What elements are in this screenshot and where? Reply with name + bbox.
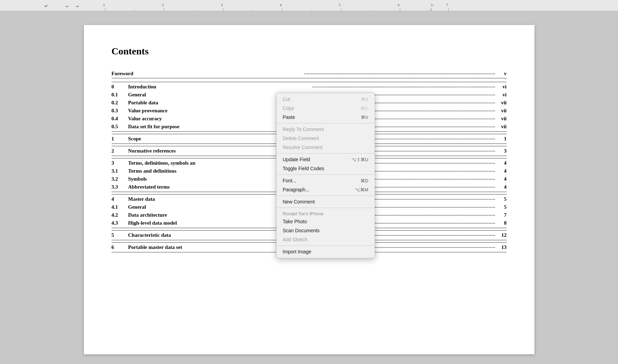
menu-item-copy-shortcut: ⌘C <box>360 106 368 111</box>
ruler: ↵ ⇒ ⇒ 1 2 3 4 5 6 ▷ 7 <box>0 0 618 11</box>
toc-dots <box>312 87 495 87</box>
menu-item-import-image-label: Import Image <box>283 249 311 254</box>
menu-item-font[interactable]: Font... ⌘D <box>277 176 375 185</box>
toc-page: 5 <box>496 204 507 210</box>
menu-separator-1 <box>277 123 375 123</box>
menu-item-cut-shortcut: ⌘X <box>361 97 368 102</box>
toc-page: 7 <box>496 212 507 218</box>
menu-item-iphone-header-label: Ronald Tse's iPhone <box>283 211 324 216</box>
toc-page: 4 <box>496 184 507 190</box>
page-title: Contents <box>112 46 507 57</box>
svg-text:▷: ▷ <box>431 3 434 7</box>
toc-page: 5 <box>496 196 507 202</box>
menu-item-toggle-field-codes-label: Toggle Field Codes <box>283 166 324 171</box>
menu-item-font-shortcut: ⌘D <box>360 178 368 183</box>
svg-text:3: 3 <box>221 3 223 7</box>
menu-item-cut[interactable]: Cut ⌘X <box>277 95 375 104</box>
toc-foreword-title: Foreword <box>112 71 303 77</box>
toc-foreword-row: Foreword v <box>112 69 507 78</box>
menu-item-font-label: Font... <box>283 178 297 183</box>
toc-foreword-dots <box>304 73 495 74</box>
svg-text:5: 5 <box>339 3 341 7</box>
menu-item-take-photo-label: Take Photo <box>283 219 307 224</box>
toc-page: 4 <box>496 176 507 182</box>
menu-item-copy[interactable]: Copy ⌘C <box>277 104 375 113</box>
svg-rect-0 <box>0 0 618 11</box>
toc-num: 4.1 <box>112 204 128 210</box>
menu-separator-2 <box>277 153 375 154</box>
menu-item-add-sketch[interactable]: Add Sketch <box>277 235 375 244</box>
toc-num: 1 <box>112 136 128 142</box>
svg-text:⇒: ⇒ <box>65 4 68 8</box>
toc-page: 8 <box>496 220 507 226</box>
toc-num: 0.2 <box>112 100 128 106</box>
toc-foreword-page: v <box>496 71 507 77</box>
toc-page: 3 <box>496 148 507 154</box>
menu-item-new-comment[interactable]: New Comment <box>277 197 375 206</box>
svg-text:1: 1 <box>103 3 105 7</box>
menu-item-add-sketch-label: Add Sketch <box>283 237 308 242</box>
menu-item-paste-shortcut: ⌘V <box>361 115 368 120</box>
menu-item-scan-documents-label: Scan Documents <box>283 228 320 233</box>
menu-separator-4 <box>277 196 375 196</box>
menu-item-reply-to-comment[interactable]: Reply To Comment <box>277 125 375 134</box>
toc-page: vii <box>496 100 507 106</box>
menu-item-toggle-field-codes[interactable]: Toggle Field Codes <box>277 164 375 173</box>
toc-page: vi <box>496 92 507 98</box>
menu-item-paragraph-label: Paragraph... <box>283 187 310 192</box>
menu-item-resolve-comment-label: Resolve Comment <box>283 145 323 150</box>
menu-item-copy-label: Copy <box>283 105 294 111</box>
toc-page: 4 <box>496 160 507 166</box>
toc-num: 0 <box>112 84 128 90</box>
toc-entry-title: Introduction <box>128 84 311 90</box>
menu-item-paragraph[interactable]: Paragraph... ⌥⌘M <box>277 185 375 194</box>
svg-text:4: 4 <box>280 3 282 7</box>
menu-item-resolve-comment[interactable]: Resolve Comment <box>277 143 375 152</box>
toc-page: vi <box>496 84 507 90</box>
menu-item-update-field-label: Update Field <box>283 157 310 162</box>
menu-item-paste-label: Paste <box>283 114 295 120</box>
menu-item-scan-documents[interactable]: Scan Documents <box>277 226 375 235</box>
ruler-marks: ↵ ⇒ ⇒ 1 2 3 4 5 6 ▷ 7 <box>0 0 618 11</box>
toc-num: 5 <box>112 232 128 238</box>
toc-page: 13 <box>496 244 507 250</box>
toc-num: 4.2 <box>112 212 128 218</box>
menu-item-import-image[interactable]: Import Image <box>277 247 375 256</box>
menu-item-take-photo[interactable]: Take Photo <box>277 217 375 226</box>
toc-num: 6 <box>112 244 128 250</box>
toc-page: 4 <box>496 168 507 174</box>
toc-num: 0.3 <box>112 108 128 114</box>
menu-item-iphone-header: Ronald Tse's iPhone <box>277 209 375 217</box>
svg-text:↵: ↵ <box>44 3 48 9</box>
menu-item-cut-label: Cut <box>283 96 290 102</box>
menu-item-paragraph-shortcut: ⌥⌘M <box>355 187 368 192</box>
menu-separator-3 <box>277 174 375 175</box>
menu-item-delete-comment[interactable]: Delete Comment <box>277 134 375 143</box>
toc-num: 3 <box>112 160 128 166</box>
menu-item-update-field-shortcut: ⌥⇧⌘U <box>351 157 368 162</box>
menu-separator-5 <box>277 208 375 208</box>
toc-num: 4 <box>112 196 128 202</box>
toc-num: 2 <box>112 148 128 154</box>
svg-text:⇒: ⇒ <box>76 4 79 8</box>
menu-item-reply-to-comment-label: Reply To Comment <box>283 127 324 132</box>
toc-page: 1 <box>496 136 507 142</box>
context-menu: Cut ⌘X Copy ⌘C Paste ⌘V Reply To Comment… <box>276 93 375 258</box>
svg-text:7: 7 <box>446 3 448 7</box>
toc-num: 0.1 <box>112 92 128 98</box>
toc-page: vii <box>496 116 507 122</box>
menu-item-delete-comment-label: Delete Comment <box>283 136 319 141</box>
toc-num: 0.5 <box>112 124 128 130</box>
menu-item-update-field[interactable]: Update Field ⌥⇧⌘U <box>277 155 375 164</box>
svg-text:6: 6 <box>398 3 400 7</box>
toc-num: 3.3 <box>112 184 128 190</box>
list-item: 0 Introduction vi <box>112 82 507 91</box>
toc-page: 12 <box>496 232 507 238</box>
document-page: Contents Foreword v 0 Introduction vi 0.… <box>84 25 534 354</box>
menu-separator-6 <box>277 245 375 246</box>
toc-num: 4.3 <box>112 220 128 226</box>
toc-page: vii <box>496 108 507 114</box>
menu-item-paste[interactable]: Paste ⌘V <box>277 113 375 122</box>
toc-num: 0.4 <box>112 116 128 122</box>
page-wrapper: Contents Foreword v 0 Introduction vi 0.… <box>0 11 618 364</box>
